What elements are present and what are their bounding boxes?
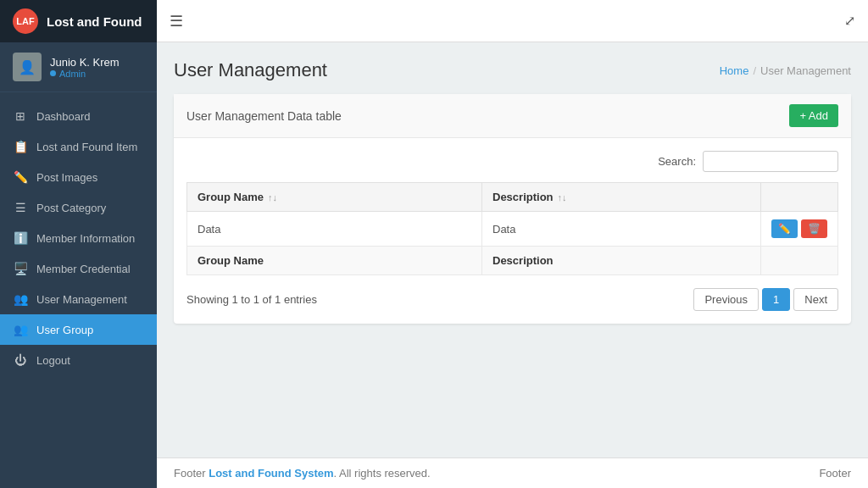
sidebar-item-label: Logout — [36, 354, 70, 367]
add-button[interactable]: + Add — [789, 104, 838, 127]
list-icon: 📋 — [13, 139, 28, 154]
col-description: Description ↑↓ — [482, 183, 761, 212]
sidebar-item-post-category[interactable]: ☰ Post Category — [0, 192, 157, 223]
topbar-right: ⤢ — [844, 13, 855, 29]
sidebar-item-user-management[interactable]: 👥 User Management — [0, 284, 157, 314]
group-icon: 👥 — [13, 322, 28, 337]
sidebar: LAF Lost and Found 👤 Junio K. Krem Admin… — [0, 0, 157, 488]
sidebar-item-member-credential[interactable]: 🖥️ Member Credential — [0, 253, 157, 284]
sidebar-item-label: Lost and Found Item — [36, 141, 137, 153]
brand-title: Lost and Found — [47, 14, 142, 29]
app-wrapper: LAF Lost and Found 👤 Junio K. Krem Admin… — [0, 0, 868, 488]
search-label: Search: — [658, 155, 696, 168]
category-icon: ☰ — [13, 200, 28, 215]
card-header-title: User Management Data table — [186, 109, 342, 123]
table-body: Data Data ✏️ 🗑️ — [187, 212, 838, 275]
footer-description: Description — [482, 247, 761, 275]
footer: Footer Lost and Found System. All rights… — [157, 458, 868, 488]
data-table: Group Name ↑↓ Description ↑↓ — [186, 182, 838, 275]
sidebar-item-label: Member Credential — [36, 263, 131, 275]
prev-button[interactable]: Previous — [693, 288, 759, 311]
card-header: User Management Data table + Add — [174, 94, 851, 138]
footer-text: Footer — [174, 467, 209, 480]
footer-rights: . All rights reserved. — [334, 467, 431, 480]
table-row: Data Data ✏️ 🗑️ — [187, 212, 838, 247]
footer-left: Footer Lost and Found System. All rights… — [174, 467, 431, 480]
cell-group-name: Data — [187, 212, 482, 247]
user-name: Junio K. Krem — [50, 56, 120, 69]
sort-icon-desc: ↑↓ — [558, 192, 567, 202]
table-footer-row: Group Name Description — [187, 247, 838, 275]
cell-actions: ✏️ 🗑️ — [761, 212, 838, 247]
pagination-row: Showing 1 to 1 of 1 entries Previous 1 N… — [186, 288, 838, 311]
sidebar-item-label: User Management — [36, 293, 127, 306]
table-header-row: Group Name ↑↓ Description ↑↓ — [187, 183, 838, 212]
sidebar-item-label: Post Images — [36, 171, 97, 184]
search-row: Search: — [186, 151, 838, 172]
sidebar-nav: ⊞ Dashboard 📋 Lost and Found Item ✏️ Pos… — [0, 92, 157, 488]
hamburger-button[interactable]: ☰ — [170, 12, 183, 30]
info-icon: ℹ️ — [13, 230, 28, 246]
sidebar-user: 👤 Junio K. Krem Admin — [0, 42, 157, 92]
right-side: ☰ ⤢ User Management Home / User Manageme… — [157, 0, 868, 488]
col-group-name: Group Name ↑↓ — [187, 183, 482, 212]
sidebar-item-label: Post Category — [36, 202, 106, 214]
topbar: ☰ ⤢ — [157, 0, 868, 42]
sidebar-item-logout[interactable]: ⏻ Logout — [0, 345, 157, 375]
page-header: User Management Home / User Management — [174, 59, 851, 81]
sidebar-item-label: Member Information — [36, 232, 135, 245]
action-buttons: ✏️ 🗑️ — [771, 219, 827, 238]
edit-button[interactable]: ✏️ — [771, 219, 798, 238]
pagination: Previous 1 Next — [693, 288, 838, 311]
sort-icon-group: ↑↓ — [268, 192, 277, 202]
sidebar-item-dashboard[interactable]: ⊞ Dashboard — [0, 101, 157, 131]
card-body: Search: Group Name ↑↓ — [174, 138, 851, 324]
user-role: Admin — [50, 69, 120, 79]
sidebar-item-label: Dashboard — [36, 110, 91, 123]
expand-icon[interactable]: ⤢ — [844, 13, 855, 29]
sidebar-item-member-information[interactable]: ℹ️ Member Information — [0, 223, 157, 253]
footer-link[interactable]: Lost and Found System — [209, 467, 333, 480]
table-head: Group Name ↑↓ Description ↑↓ — [187, 183, 838, 212]
user-info: Junio K. Krem Admin — [50, 56, 120, 79]
sidebar-brand: LAF Lost and Found — [0, 0, 157, 42]
cell-description: Data — [482, 212, 761, 247]
search-input[interactable] — [703, 151, 838, 172]
main-layout: LAF Lost and Found 👤 Junio K. Krem Admin… — [0, 0, 868, 488]
sidebar-item-label: User Group — [36, 324, 93, 336]
sidebar-item-lost-found[interactable]: 📋 Lost and Found Item — [0, 131, 157, 162]
topbar-left: ☰ — [170, 12, 183, 30]
footer-right: Footer — [819, 467, 851, 480]
col-actions — [761, 183, 838, 212]
breadcrumb-home[interactable]: Home — [720, 64, 749, 77]
avatar: 👤 — [13, 53, 42, 81]
page-title: User Management — [174, 59, 327, 81]
image-icon: ✏️ — [13, 169, 28, 185]
dashboard-icon: ⊞ — [13, 108, 28, 124]
logout-icon: ⏻ — [13, 352, 28, 368]
breadcrumb: Home / User Management — [720, 64, 851, 77]
data-card: User Management Data table + Add Search: — [174, 94, 851, 324]
breadcrumb-separator: / — [753, 64, 756, 77]
footer-group-name: Group Name — [187, 247, 482, 275]
showing-text: Showing 1 to 1 of 1 entries — [186, 293, 317, 306]
sidebar-item-post-images[interactable]: ✏️ Post Images — [0, 162, 157, 192]
brand-logo: LAF — [13, 8, 38, 34]
breadcrumb-current: User Management — [760, 64, 851, 77]
users-icon: 👥 — [13, 291, 28, 307]
footer-actions — [761, 247, 838, 275]
credential-icon: 🖥️ — [13, 261, 28, 276]
next-button[interactable]: Next — [793, 288, 838, 311]
main-content: User Management Home / User Management U… — [157, 42, 868, 458]
page-1-button[interactable]: 1 — [762, 288, 790, 311]
sidebar-item-user-group[interactable]: 👥 User Group — [0, 314, 157, 345]
role-dot — [50, 70, 56, 76]
delete-button[interactable]: 🗑️ — [801, 219, 827, 238]
